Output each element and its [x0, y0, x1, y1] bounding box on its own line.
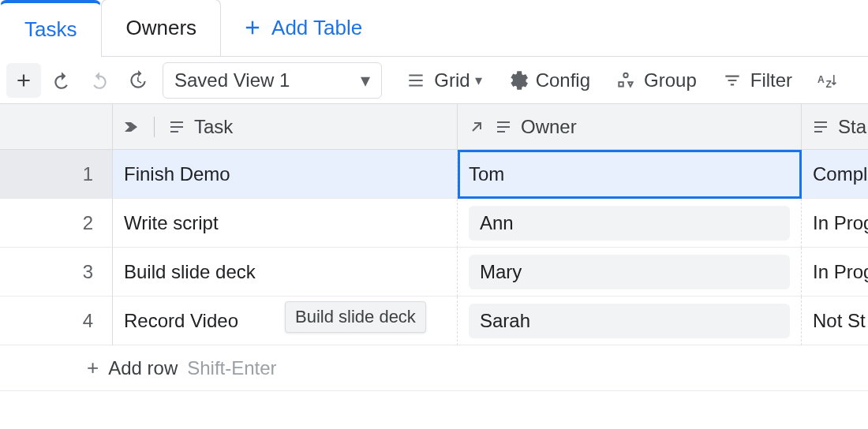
filter-label: Filter — [750, 69, 792, 91]
group-label: Group — [644, 69, 697, 91]
redo-icon — [89, 70, 110, 91]
cell-value: Record Video — [124, 310, 238, 332]
cell-status[interactable]: In Prog — [802, 248, 868, 297]
cell-owner[interactable]: Ann — [458, 199, 802, 248]
plus-icon — [241, 17, 264, 39]
text-icon — [167, 118, 186, 136]
cell-status[interactable]: Not St — [802, 297, 868, 345]
tabs-row: Tasks Owners Add Table — [0, 0, 868, 57]
grid-label: Grid — [434, 69, 470, 91]
cell-status[interactable]: Compl — [802, 150, 868, 199]
gear-icon — [507, 70, 528, 91]
add-button[interactable] — [6, 63, 41, 98]
plus-icon: + — [87, 356, 99, 380]
redo-button[interactable] — [82, 63, 117, 98]
tab-tasks[interactable]: Tasks — [0, 0, 101, 57]
add-table-button[interactable]: Add Table — [221, 0, 383, 56]
cell-task[interactable]: Finish Demo — [113, 150, 458, 199]
text-icon — [811, 118, 830, 136]
cell-value: In Prog — [813, 261, 868, 283]
filter-button[interactable]: Filter — [711, 62, 803, 99]
data-grid: Task Owner Sta 1 Finish Demo Tom Compl 2… — [0, 104, 868, 391]
cell-task[interactable]: Build slide deck — [113, 248, 458, 297]
saved-view-label: Saved View 1 — [174, 69, 290, 91]
cell-value: Mary — [480, 261, 522, 283]
link-arrow-icon — [467, 118, 486, 136]
cell-value: Build slide deck — [124, 261, 256, 283]
undo-button[interactable] — [44, 63, 79, 98]
text-icon — [494, 118, 513, 136]
cell-value: Ann — [480, 212, 514, 234]
cell-value: Finish Demo — [124, 163, 230, 185]
header-owner[interactable]: Owner — [458, 104, 802, 150]
toolbar: Saved View 1 ▾ Grid ▾ Config Group Filte… — [0, 57, 868, 104]
cell-value: Write script — [124, 212, 219, 234]
header-status[interactable]: Sta — [802, 104, 868, 150]
add-row-label: Add row — [108, 357, 178, 379]
caret-down-icon: ▾ — [475, 72, 482, 89]
header-task-label: Task — [194, 116, 233, 138]
tab-tasks-label: Tasks — [24, 17, 77, 42]
history-button[interactable] — [120, 63, 155, 98]
header-rownum[interactable] — [0, 104, 113, 150]
tooltip: Build slide deck — [285, 301, 426, 333]
header-task[interactable]: Task — [113, 104, 458, 150]
add-table-label: Add Table — [271, 16, 362, 40]
config-button[interactable]: Config — [496, 62, 601, 99]
cell-task[interactable]: Record Video Build slide deck — [113, 297, 458, 345]
svg-text:Z: Z — [825, 78, 832, 89]
sort-button[interactable]: A Z — [806, 62, 838, 99]
cell-value: Sarah — [480, 310, 530, 332]
plus-icon — [13, 70, 34, 91]
group-button[interactable]: Group — [604, 62, 708, 99]
cell-task[interactable]: Write script — [113, 199, 458, 248]
row-number[interactable]: 2 — [0, 199, 113, 248]
cell-value: In Prog — [813, 212, 868, 234]
tag-icon — [122, 118, 141, 136]
cell-owner[interactable]: Mary — [458, 248, 802, 297]
sort-az-icon: A Z — [817, 70, 838, 91]
saved-view-select[interactable]: Saved View 1 ▾ — [163, 62, 382, 99]
tab-owners-label: Owners — [125, 16, 196, 40]
add-row-button[interactable]: + Add row Shift-Enter — [0, 345, 868, 391]
cell-status[interactable]: In Prog — [802, 199, 868, 248]
add-row-hint: Shift-Enter — [187, 357, 276, 379]
cell-owner[interactable]: Tom — [458, 150, 802, 199]
undo-icon — [51, 70, 72, 91]
config-label: Config — [536, 69, 590, 91]
cell-owner[interactable]: Sarah — [458, 297, 802, 345]
cell-value: Not St — [813, 310, 866, 332]
svg-rect-1 — [619, 82, 623, 86]
history-icon — [127, 70, 148, 91]
tab-owners[interactable]: Owners — [101, 0, 221, 56]
row-number[interactable]: 3 — [0, 248, 113, 297]
row-number[interactable]: 1 — [0, 150, 113, 199]
svg-point-0 — [623, 73, 627, 76]
row-number[interactable]: 4 — [0, 297, 113, 345]
filter-icon — [722, 70, 743, 91]
caret-down-icon: ▾ — [361, 69, 370, 91]
cell-value: Tom — [469, 163, 504, 185]
header-status-label: Sta — [838, 116, 866, 138]
list-icon — [406, 70, 426, 91]
header-owner-label: Owner — [521, 116, 577, 138]
cell-value: Compl — [813, 163, 867, 185]
grid-view-button[interactable]: Grid ▾ — [395, 62, 492, 99]
group-icon — [615, 70, 636, 91]
separator — [154, 117, 155, 137]
svg-text:A: A — [817, 74, 825, 85]
